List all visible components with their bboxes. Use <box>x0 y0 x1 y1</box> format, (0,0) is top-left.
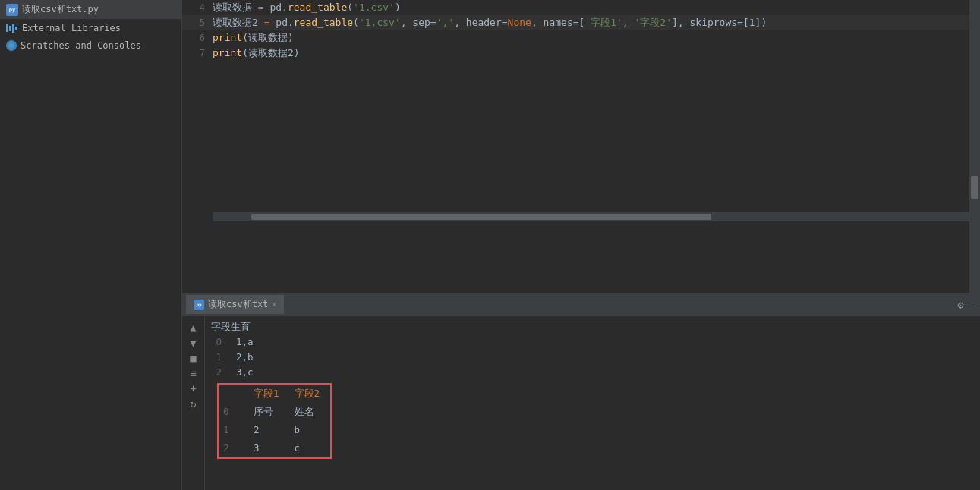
console-up-btn[interactable]: ▲ <box>190 322 196 333</box>
out-val-2: 3,c <box>225 365 254 380</box>
td-f2-0: 姓名 <box>290 403 331 421</box>
th-field2: 字段2 <box>290 385 331 403</box>
code-line-7: 7 print(读取数据2) <box>182 46 980 61</box>
td-f2-2: c <box>290 439 331 457</box>
console-minimize-icon[interactable]: — <box>970 299 976 311</box>
line-content-6: print(读取数据) <box>213 30 294 46</box>
td-f1-2: 3 <box>249 439 290 457</box>
table-header-row: 字段1 字段2 <box>219 385 330 403</box>
out-num-1: 1 <box>211 350 222 365</box>
line-content-7: print(读取数据2) <box>213 46 300 61</box>
console-content[interactable]: 字段生育 0 1,a 1 2,b 2 3,c <box>205 316 980 490</box>
td-f1-1: 2 <box>249 421 290 439</box>
ext-lib-icon <box>6 22 18 34</box>
line-num-6: 6 <box>182 30 213 46</box>
console-area: py 读取csv和txt × ⚙ — ▲ ▼ ■ ≡ + <box>182 293 980 490</box>
py-file-icon: py <box>6 4 18 16</box>
v-scrollbar-thumb <box>971 176 978 199</box>
scratch-icon <box>6 40 17 51</box>
line-num-5: 5 <box>182 15 213 30</box>
table-row-2: 2 3 c <box>219 439 330 457</box>
h-scroll-spacer <box>182 212 980 221</box>
sidebar: py 读取csv和txt.py External Libraries Scrat… <box>0 0 182 490</box>
sidebar-item-ext-label: External Libraries <box>22 23 121 33</box>
sidebar-item-py-label: 读取csv和txt.py <box>22 3 99 16</box>
line-num-4: 4 <box>182 0 213 15</box>
sidebar-item-scratches[interactable]: Scratches and Consoles <box>0 37 181 54</box>
td-f1-0: 序号 <box>249 403 290 421</box>
th-field1: 字段1 <box>249 385 290 403</box>
td-idx-0: 0 <box>219 403 249 421</box>
line-num-7: 7 <box>182 46 213 61</box>
code-editor[interactable]: 4 读取数据 = pd.read_table('1.csv') 5 读取数据2 … <box>182 0 980 293</box>
out-val-0: 1,a <box>225 335 254 350</box>
console-tab-label: 读取csv和txt <box>208 298 268 311</box>
main-container: py 读取csv和txt.py External Libraries Scrat… <box>0 0 980 490</box>
console-tab-py-icon: py <box>194 300 204 310</box>
console-output-header: 字段生育 <box>211 319 974 335</box>
sidebar-item-scratch-label: Scratches and Consoles <box>20 40 141 51</box>
code-line-4: 4 读取数据 = pd.read_table('1.csv') <box>182 0 980 15</box>
console-stop-btn[interactable]: ■ <box>190 353 196 363</box>
console-body: ▲ ▼ ■ ≡ + ↻ 字段生育 0 1,a <box>182 316 980 490</box>
console-output-0: 0 1,a <box>211 335 974 350</box>
table-row-1: 1 2 b <box>219 421 330 439</box>
sidebar-item-ext-lib[interactable]: External Libraries <box>0 19 181 37</box>
console-sidebar: ▲ ▼ ■ ≡ + ↻ <box>182 316 205 490</box>
console-output-1: 1 2,b <box>211 350 974 365</box>
console-tab-bar: py 读取csv和txt × ⚙ — <box>182 294 980 316</box>
console-list-btn[interactable]: ≡ <box>190 368 196 378</box>
console-output-2: 2 3,c <box>211 365 974 380</box>
td-idx-2: 2 <box>219 439 249 457</box>
line-content-4: 读取数据 = pd.read_table('1.csv') <box>213 0 401 15</box>
sidebar-item-py-file[interactable]: py 读取csv和txt.py <box>0 0 181 19</box>
line-content-5: 读取数据2 = pd.read_table('1.csv', sep=',', … <box>213 15 767 30</box>
console-settings-icon[interactable]: ⚙ <box>957 299 963 311</box>
out-val-1: 2,b <box>225 350 254 365</box>
output-text-header: 字段生育 <box>211 319 251 335</box>
console-tab-close-btn[interactable]: × <box>272 300 276 309</box>
h-scrollbar-thumb <box>251 214 712 220</box>
console-add-btn[interactable]: + <box>190 383 196 394</box>
vertical-scrollbar[interactable] <box>969 0 980 293</box>
code-lines: 4 读取数据 = pd.read_table('1.csv') 5 读取数据2 … <box>182 0 980 61</box>
horizontal-scrollbar[interactable] <box>213 212 980 221</box>
table-row-0: 0 序号 姓名 <box>219 403 330 421</box>
code-line-6: 6 print(读取数据) <box>182 30 980 46</box>
th-idx <box>219 385 249 403</box>
out-num-2: 2 <box>211 365 222 380</box>
data-table: 字段1 字段2 0 序号 姓名 1 2 b <box>219 385 330 457</box>
data-table-popup: 字段1 字段2 0 序号 姓名 1 2 b <box>217 383 332 459</box>
console-down-btn[interactable]: ▼ <box>190 338 196 348</box>
code-line-5: 5 读取数据2 = pd.read_table('1.csv', sep=','… <box>182 15 980 30</box>
console-tab-main[interactable]: py 读取csv和txt × <box>186 295 285 314</box>
editor-area: 4 读取数据 = pd.read_table('1.csv') 5 读取数据2 … <box>182 0 980 490</box>
td-f2-1: b <box>290 421 331 439</box>
td-idx-1: 1 <box>219 421 249 439</box>
console-tabs: py 读取csv和txt × <box>186 295 285 314</box>
out-num-0: 0 <box>211 335 222 350</box>
console-refresh-btn[interactable]: ↻ <box>190 398 196 409</box>
console-tab-actions: ⚙ — <box>957 299 976 311</box>
